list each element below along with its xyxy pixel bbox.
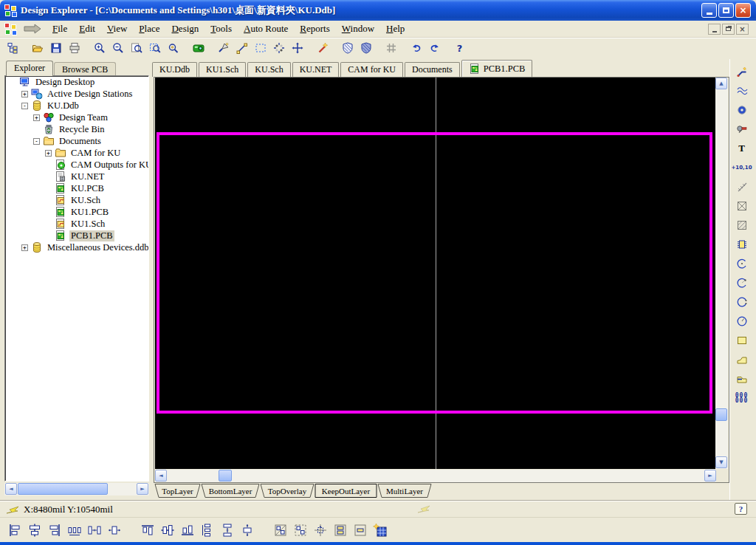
move-object-button[interactable]	[289, 40, 306, 56]
place-fill-button[interactable]	[732, 332, 752, 349]
menu-reports[interactable]: Reports	[294, 21, 335, 36]
menu-place[interactable]: Place	[133, 21, 165, 36]
place-pad-array-button[interactable]: 000 000	[732, 389, 752, 407]
tree-item-recycle-bin[interactable]: Recycle Bin	[5, 123, 148, 135]
pcb-canvas[interactable]	[155, 78, 716, 469]
stack-components-button[interactable]	[331, 521, 349, 540]
redo-button[interactable]	[426, 40, 443, 56]
menu-file[interactable]: File	[47, 21, 73, 36]
document-tab-ku-ddb[interactable]: KU.Ddb	[152, 62, 197, 77]
place-polygon-button[interactable]	[732, 351, 752, 369]
panel-tab-browse-pcb[interactable]: Browse PCB	[54, 62, 116, 76]
open-document-button[interactable]	[29, 40, 46, 56]
undo-button[interactable]	[408, 40, 425, 56]
knife-button[interactable]	[215, 40, 232, 56]
tree-item-miscellaneous-devices-ddb[interactable]: +Miscellaneous Devices.ddb	[5, 241, 148, 253]
tree-item-ku1-pcb[interactable]: KU1.PCB	[5, 206, 148, 218]
arrange-within-room-button[interactable]	[271, 521, 289, 540]
multiple-traces-button[interactable]	[732, 82, 752, 100]
tree-item-design-desktop[interactable]: Design Desktop	[5, 76, 148, 88]
layer-tab-bottomlayer[interactable]: BottomLayer	[202, 484, 259, 498]
polygon-final-button[interactable]	[357, 40, 374, 56]
increase-vertical-spacing-button[interactable]	[238, 521, 256, 540]
align-top-button[interactable]	[138, 521, 157, 540]
scroll-left-button[interactable]: ◄	[5, 483, 17, 495]
align-left-button[interactable]	[5, 521, 24, 540]
zoom-in-button[interactable]	[91, 40, 108, 56]
place-arc-edge-button[interactable]	[732, 274, 752, 292]
make-vertical-spacing-equal-button[interactable]	[198, 521, 216, 540]
single-component-placement-button[interactable]	[351, 521, 369, 540]
decrease-horizontal-spacing-button[interactable]	[85, 521, 103, 540]
expand-icon[interactable]: +	[21, 91, 28, 97]
vertical-scroll-thumb[interactable]	[715, 408, 727, 421]
document-tab-ku-sch[interactable]: KU.Sch	[247, 62, 290, 77]
zoom-out-button[interactable]	[109, 40, 126, 56]
place-pad-button[interactable]	[732, 120, 752, 138]
align-horizontal-centers-button[interactable]	[25, 521, 44, 540]
tree-item-documents[interactable]: -Documents	[5, 135, 148, 147]
tree-item-cam-outputs-for-ku[interactable]: CAM Outputs for KU	[5, 159, 148, 171]
tree-item-active-design-stations[interactable]: +Active Design Stations	[5, 88, 148, 100]
scroll-down-button[interactable]: ▼	[715, 456, 727, 468]
document-tab-ku1-sch[interactable]: KU1.Sch	[199, 62, 246, 77]
cross-probe-button[interactable]	[190, 40, 207, 56]
place-component-button[interactable]	[732, 236, 752, 253]
tree-item-design-team[interactable]: +Design Team	[5, 112, 148, 123]
paste-array-button[interactable]	[371, 521, 389, 540]
mdi-restore-button[interactable]	[722, 24, 735, 35]
place-coordinate-button[interactable]: +10,10	[732, 159, 752, 176]
place-polygon-plane-button[interactable]	[732, 216, 752, 234]
place-keepout-button[interactable]	[732, 197, 752, 215]
menu-auto-route[interactable]: Auto Route	[238, 21, 294, 36]
vertical-scrollbar[interactable]: ▲ ▼	[715, 78, 728, 469]
arrange-outside-board-button[interactable]	[291, 521, 309, 540]
menu-view[interactable]: View	[101, 21, 133, 36]
keepout-board-outline[interactable]	[157, 132, 712, 414]
scroll-right-button[interactable]: ►	[704, 470, 716, 481]
polygon-draft-button[interactable]	[339, 40, 356, 56]
menu-arrow-icon[interactable]	[23, 23, 42, 35]
scroll-thumb[interactable]	[18, 483, 108, 495]
align-vertical-centers-button[interactable]	[158, 521, 176, 540]
expand-icon[interactable]: +	[45, 150, 52, 157]
decrease-vertical-spacing-button[interactable]	[218, 521, 236, 540]
place-arc-any-angle-button[interactable]	[732, 293, 752, 311]
mdi-close-button[interactable]: ×	[736, 24, 749, 35]
horizontal-scrollbar[interactable]: ◄ ►	[155, 470, 716, 482]
scroll-left-button[interactable]: ◄	[155, 470, 167, 481]
document-tab-cam-for-ku[interactable]: CAM for KU	[340, 62, 403, 77]
close-button[interactable]: ×	[735, 3, 751, 18]
place-arc-center-button[interactable]	[732, 255, 752, 272]
layer-tab-multilayer[interactable]: MultiLayer	[378, 484, 431, 498]
mdi-minimize-button[interactable]	[708, 24, 721, 35]
minimize-button[interactable]	[701, 3, 717, 18]
menu-edit[interactable]: Edit	[73, 21, 101, 36]
tree-item-ku-sch[interactable]: KU.Sch	[5, 194, 148, 206]
app-menu-icon[interactable]	[4, 23, 17, 35]
document-tab-ku-net[interactable]: KU.NET	[292, 62, 340, 77]
menu-window[interactable]: Window	[336, 21, 380, 36]
layer-tab-toplayer[interactable]: TopLayer	[155, 484, 200, 498]
select-area-button[interactable]	[252, 40, 269, 56]
interactive-routing-button[interactable]	[732, 63, 752, 80]
print-button[interactable]	[66, 40, 83, 56]
tree-item-ku-ddb[interactable]: -KU.Ddb	[5, 100, 148, 112]
document-tab-documents[interactable]: Documents	[405, 62, 460, 77]
tree-item-pcb1-pcb[interactable]: PCB1.PCB	[5, 230, 148, 241]
context-help-icon[interactable]: ?	[735, 503, 747, 515]
menu-help[interactable]: Help	[380, 21, 410, 36]
place-via-button[interactable]	[732, 101, 752, 119]
collapse-icon[interactable]: -	[33, 138, 40, 145]
collapse-icon[interactable]: -	[21, 103, 28, 109]
tree-item-ku-net[interactable]: KU.NET	[5, 171, 148, 182]
maximize-button[interactable]	[718, 3, 734, 18]
place-full-circle-button[interactable]	[732, 312, 752, 330]
grid-button[interactable]	[382, 40, 399, 56]
place-line-button[interactable]	[233, 40, 250, 56]
tree-item-ku-pcb[interactable]: KU.PCB	[5, 182, 148, 194]
explorer-horizontal-scrollbar[interactable]: ◄ ►	[4, 483, 149, 496]
zoom-document-button[interactable]	[128, 40, 145, 56]
document-tab-pcb1-pcb[interactable]: PCB1.PCB	[461, 60, 533, 77]
zoom-area-button[interactable]	[146, 40, 163, 56]
